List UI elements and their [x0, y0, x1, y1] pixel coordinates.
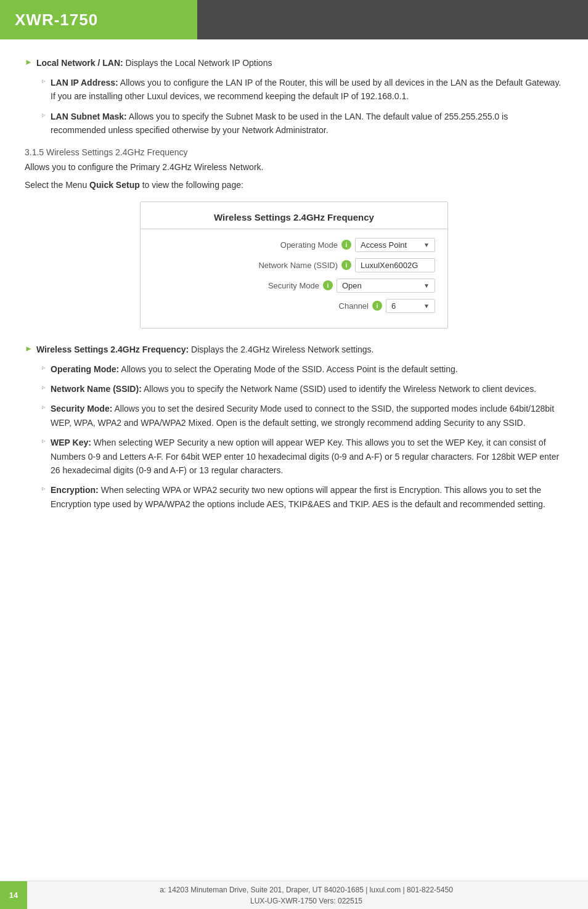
network-name-desc-label: Network Name (SSID):: [51, 384, 142, 394]
bullet-lan-subnet: ▹ LAN Subnet Mask: Allows you to specify…: [42, 110, 563, 137]
network-name-row: Network Name (SSID) i LuxulXen6002G: [141, 258, 447, 272]
footer-version: LUX-UG-XWR-1750 Vers: 022515: [39, 895, 573, 907]
network-name-info-icon[interactable]: i: [341, 260, 351, 270]
secondary-arrow-2e: ▹: [42, 484, 46, 492]
secondary-arrow-2d: ▹: [42, 437, 46, 445]
operating-mode-info-icon[interactable]: i: [341, 240, 351, 250]
bullet-security-mode: ▹ Security Mode: Allows you to set the d…: [42, 402, 563, 430]
encryption-text: Encryption: When selecting WPA or WPA2 s…: [51, 483, 563, 511]
channel-label: Channel: [339, 301, 369, 311]
wireless-box-title: Wireless Settings 2.4GHz Frequency: [141, 212, 447, 229]
operating-mode-dropdown-arrow: ▼: [423, 242, 430, 248]
lan-ip-desc: Allows you to configure the LAN IP of th…: [51, 78, 561, 101]
lan-subnet-label: LAN Subnet Mask:: [51, 112, 127, 121]
security-mode-dropdown-arrow: ▼: [423, 282, 430, 289]
wep-key-desc: When selecting WEP Security a new option…: [51, 438, 559, 475]
wireless-settings-label: Wireless Settings 2.4GHz Frequency:: [36, 344, 189, 354]
footer: 14 a: 14203 Minuteman Drive, Suite 201, …: [0, 881, 588, 909]
local-network-text: Local Network / LAN: Displays the Local …: [36, 57, 272, 70]
lan-ip-text: LAN IP Address: Allows you to configure …: [51, 76, 563, 104]
secondary-arrow-2a: ▹: [42, 364, 46, 372]
operating-mode-value: Access Point: [361, 240, 407, 250]
security-mode-info-icon[interactable]: i: [323, 280, 333, 290]
section-wireless-desc: ► Wireless Settings 2.4GHz Frequency: Di…: [25, 343, 563, 512]
bullet-encryption: ▹ Encryption: When selecting WPA or WPA2…: [42, 483, 563, 511]
operating-mode-desc-label: Operating Mode:: [51, 364, 119, 374]
lan-ip-label: LAN IP Address:: [51, 78, 118, 88]
select-text-after: to view the following page:: [140, 180, 243, 190]
secondary-arrow-2b: ▹: [42, 383, 46, 391]
channel-dropdown-arrow: ▼: [423, 303, 430, 309]
footer-address: a: 14203 Minuteman Drive, Suite 201, Dra…: [39, 884, 573, 895]
page-wrapper: XWR-1750 ► Local Network / LAN: Displays…: [0, 0, 588, 909]
header-green-section: XWR-1750: [0, 0, 197, 39]
bullet-local-network: ► Local Network / LAN: Displays the Loca…: [25, 57, 563, 70]
network-name-desc-text: Network Name (SSID): Allows you to speci…: [51, 382, 536, 396]
network-name-value: LuxulXen6002G: [361, 261, 418, 270]
footer-text: a: 14203 Minuteman Drive, Suite 201, Dra…: [39, 884, 573, 907]
section-heading-wireless: 3.1.5 Wireless Settings 2.4GHz Frequency: [25, 147, 563, 157]
quick-setup-bold: Quick Setup: [89, 180, 140, 190]
bullet-operating-mode: ▹ Operating Mode: Allows you to select t…: [42, 362, 563, 376]
bullet-wireless-settings: ► Wireless Settings 2.4GHz Frequency: Di…: [25, 343, 563, 356]
secondary-arrow-1a: ▹: [42, 77, 46, 85]
encryption-label: Encryption:: [51, 485, 99, 495]
primary-arrow-1: ►: [25, 57, 33, 67]
wireless-settings-desc: Displays the 2.4GHz Wireless Network set…: [189, 344, 374, 354]
section-subtext-wireless: Allows you to configure the Primary 2.4G…: [25, 161, 563, 174]
encryption-desc: When selecting WPA or WPA2 security two …: [51, 485, 545, 508]
security-mode-desc-label: Security Mode:: [51, 404, 112, 414]
channel-value: 6: [391, 301, 396, 311]
operating-mode-row: Operating Mode i Access Point ▼: [141, 238, 447, 252]
security-mode-label: Security Mode: [268, 281, 319, 290]
operating-mode-desc: Allows you to select the Operating Mode …: [119, 364, 457, 374]
security-mode-value: Open: [342, 281, 362, 290]
section-select-instruction: Select the Menu Quick Setup to view the …: [25, 179, 563, 192]
security-mode-select[interactable]: Open ▼: [337, 279, 435, 293]
page-number: 14: [0, 881, 27, 910]
wireless-settings-box: Wireless Settings 2.4GHz Frequency Opera…: [140, 202, 448, 328]
header: XWR-1750: [0, 0, 588, 39]
header-dark-section: [197, 0, 588, 39]
security-mode-row: Security Mode i Open ▼: [141, 279, 447, 293]
secondary-arrow-2c: ▹: [42, 403, 46, 411]
wireless-settings-text: Wireless Settings 2.4GHz Frequency: Disp…: [36, 343, 374, 356]
primary-arrow-2: ►: [25, 344, 33, 353]
bullet-lan-ip: ▹ LAN IP Address: Allows you to configur…: [42, 76, 563, 104]
wep-key-label: WEP Key:: [51, 438, 91, 447]
network-name-input[interactable]: LuxulXen6002G: [355, 258, 435, 272]
bullet-network-name: ▹ Network Name (SSID): Allows you to spe…: [42, 382, 563, 396]
lan-subnet-text: LAN Subnet Mask: Allows you to specify t…: [51, 110, 563, 137]
channel-row: Channel i 6 ▼: [141, 299, 447, 313]
bullet-wep-key: ▹ WEP Key: When selecting WEP Security a…: [42, 436, 563, 477]
section-lan: ► Local Network / LAN: Displays the Loca…: [25, 57, 563, 137]
local-network-desc: Displays the Local Network IP Options: [123, 58, 272, 68]
local-network-label: Local Network / LAN:: [36, 58, 123, 68]
network-name-label: Network Name (SSID): [258, 261, 338, 270]
channel-select[interactable]: 6 ▼: [386, 299, 435, 313]
channel-info-icon[interactable]: i: [372, 301, 382, 311]
security-mode-desc-text: Security Mode: Allows you to set the des…: [51, 402, 563, 430]
operating-mode-select[interactable]: Access Point ▼: [355, 238, 435, 252]
security-mode-desc: Allows you to set the desired Security M…: [51, 404, 554, 427]
product-title: XWR-1750: [15, 10, 98, 30]
secondary-arrow-1b: ▹: [42, 111, 46, 119]
operating-mode-desc-text: Operating Mode: Allows you to select the…: [51, 362, 458, 376]
main-content: ► Local Network / LAN: Displays the Loca…: [0, 39, 588, 881]
wep-key-text: WEP Key: When selecting WEP Security a n…: [51, 436, 563, 477]
select-text-before: Select the Menu: [25, 180, 89, 190]
operating-mode-label: Operating Mode: [280, 240, 338, 250]
network-name-desc: Allows you to specify the Network Name (…: [142, 384, 536, 394]
